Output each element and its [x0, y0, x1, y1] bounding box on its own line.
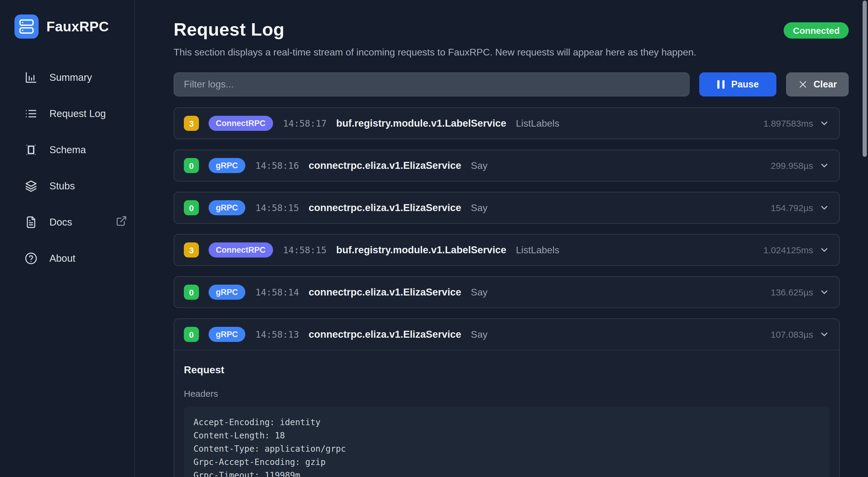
row-right-group: 299.958µs	[771, 160, 830, 171]
app-title: FauxRPC	[46, 19, 109, 35]
bar-chart-icon	[25, 71, 37, 84]
main-content: Request Log Connected This section displ…	[135, 0, 868, 477]
row-right-group: 154.792µs	[771, 203, 830, 213]
sidebar-item-label: Request Log	[50, 108, 106, 119]
request-duration: 107.083µs	[771, 329, 813, 339]
clear-button[interactable]: Clear	[786, 72, 849, 96]
row-right-group: 107.083µs	[771, 329, 830, 339]
method-name: Say	[471, 160, 487, 171]
sidebar-item-docs[interactable]: Docs	[0, 210, 134, 234]
log-card: 0 gRPC 14:58:13 connectrpc.eliza.v1.Eliz…	[174, 319, 840, 477]
log-row[interactable]: 3 ConnectRPC 14:58:15 buf.registry.modul…	[174, 235, 839, 265]
request-headers-code: Accept-Encoding: identity Content-Length…	[184, 407, 830, 477]
log-row[interactable]: 0 gRPC 14:58:14 connectrpc.eliza.v1.Eliz…	[174, 277, 839, 307]
log-row[interactable]: 3 ConnectRPC 14:58:17 buf.registry.modul…	[174, 108, 839, 139]
status-code-badge: 0	[184, 285, 199, 300]
protocol-badge: gRPC	[209, 200, 245, 215]
status-badge: Connected	[784, 22, 849, 38]
chevron-down-icon	[819, 118, 830, 128]
detail-section-title: Request	[184, 364, 830, 376]
method-name: ListLabels	[516, 118, 559, 129]
request-log-list: 3 ConnectRPC 14:58:17 buf.registry.modul…	[174, 107, 840, 477]
request-duration: 1.024125ms	[764, 245, 813, 255]
clear-button-label: Clear	[813, 79, 837, 90]
request-time: 14:58:15	[283, 244, 327, 256]
service-name: connectrpc.eliza.v1.ElizaService	[309, 160, 461, 171]
app-logo[interactable]: FauxRPC	[14, 14, 134, 38]
log-row[interactable]: 0 gRPC 14:58:16 connectrpc.eliza.v1.Eliz…	[174, 150, 839, 181]
chevron-down-icon	[819, 203, 830, 213]
help-circle-icon	[25, 252, 37, 264]
protocol-badge: gRPC	[209, 327, 245, 342]
log-toolbar: Pause Clear	[174, 72, 849, 96]
log-card: 0 gRPC 14:58:14 connectrpc.eliza.v1.Eliz…	[174, 276, 840, 308]
request-time: 14:58:16	[255, 160, 299, 171]
page-title: Request Log	[174, 18, 284, 41]
file-text-icon	[25, 216, 37, 228]
close-icon	[798, 80, 807, 89]
log-card: 0 gRPC 14:58:16 connectrpc.eliza.v1.Eliz…	[174, 150, 840, 181]
request-time: 14:58:14	[255, 287, 299, 298]
page-subtitle: This section displays a real-time stream…	[174, 45, 849, 60]
request-time: 14:58:17	[283, 118, 327, 129]
scrollbar-thumb[interactable]	[863, 1, 867, 157]
request-detail: Request Headers Accept-Encoding: identit…	[174, 350, 839, 477]
sidebar: FauxRPC Summary Request Log	[0, 0, 135, 477]
sidebar-item-schema[interactable]: Schema	[0, 138, 134, 161]
sidebar-item-request-log[interactable]: Request Log	[0, 101, 134, 125]
status-code-badge: 3	[184, 116, 199, 131]
service-name: connectrpc.eliza.v1.ElizaService	[309, 287, 461, 298]
sidebar-item-label: Stubs	[50, 180, 75, 191]
method-name: Say	[471, 287, 487, 298]
fauxrpc-app: FauxRPC Summary Request Log	[0, 0, 868, 477]
row-right-group: 1.024125ms	[764, 245, 830, 255]
detail-headers-title: Headers	[184, 388, 830, 398]
method-name: Say	[471, 329, 487, 340]
chevron-down-icon	[819, 287, 830, 297]
service-name: connectrpc.eliza.v1.ElizaService	[309, 329, 461, 340]
sidebar-item-label: About	[50, 252, 75, 264]
sidebar-item-label: Schema	[50, 144, 86, 155]
log-row[interactable]: 0 gRPC 14:58:13 connectrpc.eliza.v1.Eliz…	[174, 319, 839, 350]
row-right-group: 136.625µs	[771, 287, 830, 297]
service-name: buf.registry.module.v1.LabelService	[336, 244, 506, 256]
log-card: 3 ConnectRPC 14:58:15 buf.registry.modul…	[174, 234, 840, 266]
status-code-badge: 0	[184, 158, 199, 173]
sidebar-item-about[interactable]: About	[0, 246, 134, 270]
request-time: 14:58:15	[255, 202, 299, 213]
list-icon	[25, 107, 37, 120]
sidebar-item-label: Docs	[50, 216, 72, 228]
chevron-down-icon	[819, 160, 830, 171]
request-duration: 136.625µs	[771, 287, 813, 297]
protocol-badge: gRPC	[209, 158, 245, 173]
request-time: 14:58:13	[255, 329, 299, 340]
protocol-badge: ConnectRPC	[209, 116, 273, 131]
chevron-down-icon	[819, 329, 830, 339]
status-code-badge: 0	[184, 327, 199, 342]
protocol-badge: gRPC	[209, 285, 245, 300]
status-code-badge: 0	[184, 200, 199, 215]
service-name: connectrpc.eliza.v1.ElizaService	[309, 202, 461, 213]
sidebar-item-label: Summary	[50, 71, 92, 83]
protocol-badge: ConnectRPC	[209, 242, 273, 258]
pause-button-label: Pause	[731, 79, 758, 90]
method-name: Say	[471, 202, 487, 213]
request-duration: 1.897583ms	[764, 118, 813, 128]
log-card: 0 gRPC 14:58:15 connectrpc.eliza.v1.Eliz…	[174, 192, 840, 224]
filter-logs-input[interactable]	[174, 72, 689, 96]
pause-button[interactable]: Pause	[699, 72, 776, 96]
row-right-group: 1.897583ms	[764, 118, 830, 128]
layers-icon	[25, 179, 37, 192]
method-name: ListLabels	[516, 244, 559, 256]
sidebar-item-summary[interactable]: Summary	[0, 65, 134, 89]
sidebar-item-stubs[interactable]: Stubs	[0, 174, 134, 198]
request-duration: 154.792µs	[771, 203, 813, 213]
server-icon	[14, 14, 38, 38]
log-card: 3 ConnectRPC 14:58:17 buf.registry.modul…	[174, 107, 840, 139]
schema-frame-icon	[25, 143, 37, 156]
status-code-badge: 3	[184, 242, 199, 258]
service-name: buf.registry.module.v1.LabelService	[336, 118, 506, 129]
pause-icon	[717, 80, 725, 89]
external-link-icon	[116, 215, 127, 229]
log-row[interactable]: 0 gRPC 14:58:15 connectrpc.eliza.v1.Eliz…	[174, 192, 839, 223]
